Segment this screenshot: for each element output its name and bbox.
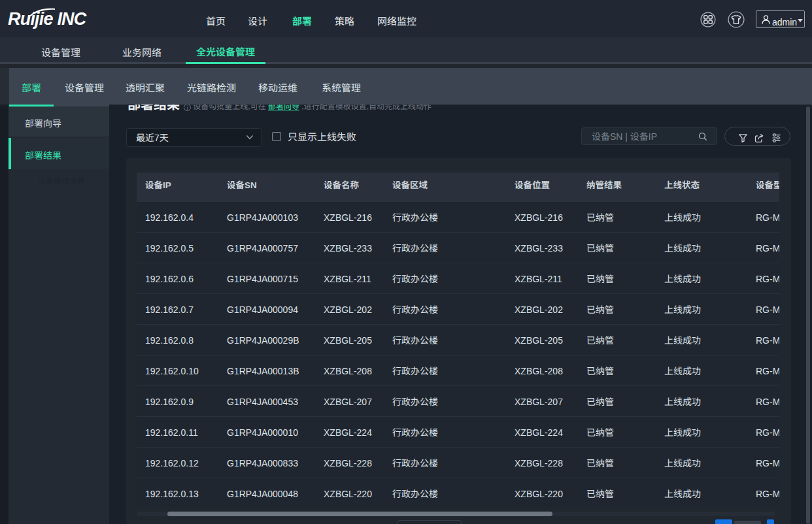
svg-text:Ruijie INC: Ruijie INC: [8, 9, 87, 29]
